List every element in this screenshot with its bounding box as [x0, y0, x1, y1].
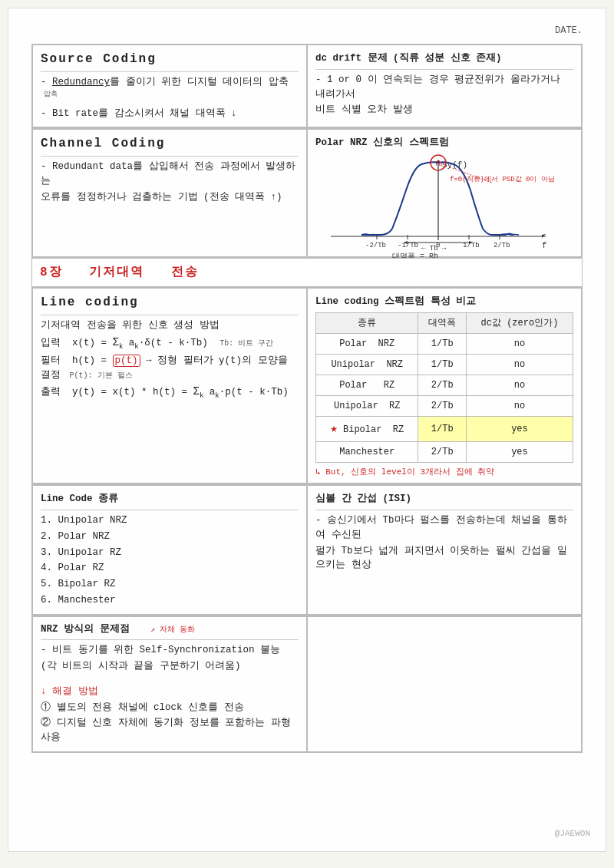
bipolar-note: ↳ But, 신호의 level이 3개라서 집에 취약: [315, 466, 573, 479]
line-coding-cell: Line coding 기저대역 전송을 위한 신호 생성 방법 입력 x(t)…: [32, 288, 307, 484]
spectrum-table-title: Line coding 스펙트럼 특성 비교: [315, 295, 573, 309]
table-row: Unipolar RZ 2/Tb no: [316, 395, 573, 416]
type-polar-rz: Polar RZ: [316, 375, 418, 395]
type-unipolar-rz: Unipolar RZ: [316, 395, 418, 416]
type-6: 6. Manchester: [41, 593, 299, 608]
table-row: Unipolar NRZ 1/Tb no: [316, 354, 573, 375]
dc-unipolar-nrz: no: [466, 354, 573, 375]
dc-polar-nrz: no: [466, 333, 573, 354]
type-5: 5. Bipolar RZ: [41, 577, 299, 592]
notebook-page: DATE. Source Coding - Redundancy를 줄이기 위한…: [8, 8, 606, 852]
svg-text:2/Tb: 2/Tb: [494, 242, 510, 249]
type-3: 3. Unipolar RZ: [41, 546, 299, 560]
source-coding-cell: Source Coding - Redundancy를 줄이기 위한 디지털 데…: [32, 45, 307, 127]
svg-text:-2/Tb: -2/Tb: [365, 242, 386, 249]
isi-title: 심볼 간 간섭 (ISI): [315, 492, 573, 507]
dc-drift-item-1: - 1 or 0 이 연속되는 경우 평균전위가 올라가거나 내려가서: [315, 73, 573, 102]
dc-drift-title: dc drift 문제 (직류 성분 신호 존재): [315, 51, 573, 66]
nrz-problem-title: NRZ 방식의 문제점: [41, 624, 130, 635]
spectrum-comparison-table: 종류 대역폭 dc값 (zero인가) Polar NRZ 1/Tb no Un…: [315, 312, 573, 463]
dc-drift-cell: dc drift 문제 (직류 성분 신호 존재) - 1 or 0 이 연속되…: [307, 45, 582, 127]
star-icon: ★: [330, 422, 338, 436]
chapter8-cell: 8장 기저대역 전송: [31, 258, 583, 287]
table-row-bipolar: ★ Bipolar RZ 1/Tb yes: [316, 416, 573, 441]
type-bipolar-rz: ★ Bipolar RZ: [316, 416, 418, 441]
channel-coding-cell: Channel Coding - Redundant data를 삽입해서 전송…: [32, 129, 307, 257]
channel-coding-item-2: 오류를 정정하거나 검출하는 기법 (전송 대역폭 ↑): [41, 190, 299, 205]
line-coding-output: 출력 y(t) = x(t) * h(t) = Σk ak·p(t - k·Tb…: [41, 384, 299, 401]
bw-manchester: 2/Tb: [418, 441, 467, 462]
source-coding-item-2: - Bit rate를 감소시켜서 채널 대역폭 ↓: [41, 107, 299, 121]
spectrum-graph: Sy(f) f -2/Tb -1/Tb 0: [315, 152, 573, 252]
line-coding-filter: 필터 h(t) = p(t) → 정형 필터가 y(t)의 모양을 결정 P(t…: [41, 354, 299, 383]
channel-coding-item-1: - Redundant data를 삽입해서 전송 과정에서 발생하는: [41, 160, 299, 189]
solution-2: ② 디지털 신호 자체에 동기화 정보를 포함하는 파형 사용: [41, 716, 299, 745]
watermark: @JAEWON: [555, 827, 590, 840]
dc-bipolar-rz: yes: [466, 416, 573, 441]
bw-unipolar-nrz: 1/Tb: [418, 354, 467, 375]
type-unipolar-nrz: Unipolar NRZ: [316, 354, 418, 375]
nrz-note: ↗ 자체 동화: [150, 625, 195, 634]
line-code-types-cell: Line Code 종류 1. Unipolar NRZ 2. Polar NR…: [32, 485, 307, 614]
svg-text:f=0(직류)에서 PSD값 0이 아님: f=0(직류)에서 PSD값 0이 아님: [450, 176, 555, 183]
line-coding-input: 입력 x(t) = Σk ak·δ(t - k·Tb) Tb: 비트 구간: [41, 335, 299, 352]
type-polar-nrz: Polar NRZ: [316, 333, 418, 354]
svg-text:Tb: Tb: [434, 160, 443, 168]
spectrum-table-cell: Line coding 스펙트럼 특성 비교 종류 대역폭 dc값 (zero인…: [307, 288, 582, 484]
table-row: Manchester 2/Tb yes: [316, 441, 573, 462]
col-type: 종류: [316, 312, 418, 333]
col-dc: dc값 (zero인가): [466, 312, 573, 333]
col-bandwidth: 대역폭: [418, 312, 467, 333]
empty-right-cell: [307, 616, 582, 752]
nrz-difficulty: (각 비트의 시작과 끝을 구분하기 어려움): [41, 659, 299, 674]
nrz-sync-problem: - 비트 동기를 위한 Self-Synchronization 불능: [41, 643, 299, 658]
isi-item-1: - 송신기에서 Tb마다 펄스를 전송하는데 채널을 통하여 수신된: [315, 513, 573, 543]
line-coding-subtitle: 기저대역 전송을 위한 신호 생성 방법: [41, 318, 299, 333]
solution-1: ① 별도의 전용 채널에 clock 신호를 전송: [41, 701, 299, 715]
chapter8-title: 8장 기저대역 전송: [40, 263, 574, 282]
date-label: DATE.: [31, 24, 583, 38]
type-4: 4. Polar RZ: [41, 561, 299, 576]
table-row: Polar RZ 2/Tb no: [316, 375, 573, 395]
type-2: 2. Polar NRZ: [41, 530, 299, 544]
svg-text:f: f: [542, 241, 547, 250]
dc-unipolar-rz: no: [466, 395, 573, 416]
type-manchester: Manchester: [316, 441, 418, 462]
polar-nrz-cell: Polar NRZ 신호의 스펙트럼 Sy(f) f: [307, 129, 582, 257]
bw-unipolar-rz: 2/Tb: [418, 395, 467, 416]
nrz-problem-cell: NRZ 방식의 문제점 ↗ 자체 동화 - 비트 동기를 위한 Self-Syn…: [32, 616, 307, 752]
solution-label: ↓ 해결 방법: [41, 685, 299, 699]
channel-coding-title: Channel Coding: [41, 134, 299, 153]
dc-manchester: yes: [466, 441, 573, 462]
source-coding-title: Source Coding: [41, 50, 299, 68]
line-coding-title: Line coding: [41, 293, 299, 312]
bw-polar-nrz: 1/Tb: [418, 333, 467, 354]
bw-polar-rz: 2/Tb: [418, 375, 467, 395]
table-row: Polar NRZ 1/Tb no: [316, 333, 573, 354]
line-code-types-title: Line Code 종류: [41, 492, 299, 507]
dc-polar-rz: no: [466, 375, 573, 395]
polar-nrz-title: Polar NRZ 신호의 스펙트럼: [315, 136, 573, 150]
source-coding-item-1: - Redundancy를 줄이기 위한 디지털 데이터의 압축 압축: [41, 75, 299, 105]
isi-cell: 심볼 간 간섭 (ISI) - 송신기에서 Tb마다 펄스를 전송하는데 채널을…: [307, 485, 582, 614]
bw-bipolar-rz: 1/Tb: [418, 416, 467, 441]
isi-item-2: 펄가 Tb보다 넓게 퍼지면서 이웃하는 펄씨 간섭을 일으키는 현상: [315, 544, 573, 573]
dc-drift-item-2: 비트 식별 오차 발생: [315, 103, 573, 117]
type-1: 1. Unipolar NRZ: [41, 513, 299, 528]
